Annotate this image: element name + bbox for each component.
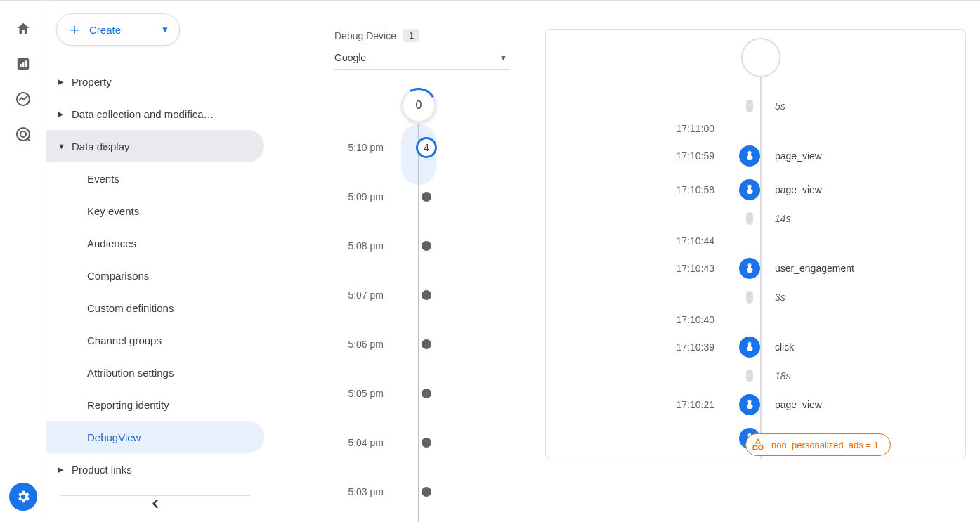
home-icon[interactable] [15,20,32,37]
user-property-pill[interactable]: non_personalized_ads = 1 [745,433,891,456]
minute-label: 5:10 pm [334,142,384,153]
icon-rail [0,1,46,522]
minute-label: 5:09 pm [334,191,384,202]
reports-icon[interactable] [15,56,32,72]
event-row: 17:11:00 [567,118,944,139]
minute-timeline: 0 5:10 pm45:09 pm5:08 pm5:07 pm5:06 pm5:… [334,88,517,516]
tree-sub-debugview[interactable]: DebugView [46,421,264,453]
svg-point-15 [759,445,763,450]
event-row: 14s [567,207,944,230]
gap-label: 3s [764,292,785,303]
tree-sub-key-events[interactable]: Key events [46,195,264,227]
caret-right-icon: ▶ [58,77,72,86]
event-row[interactable]: 17:10:21page_view [567,388,944,422]
plus-icon: ＋ [67,19,82,40]
event-row: 17:10:44 [567,230,944,252]
minute-dot [422,487,431,497]
tree-item-data-collection[interactable]: ▶ Data collection and modifica… [46,98,264,130]
live-counter-bubble[interactable]: 0 [401,88,436,123]
minute-dot [422,192,431,202]
event-time: 17:10:21 [567,399,736,410]
event-label: user_engagement [764,263,854,274]
svg-point-6 [20,131,26,137]
gap-label: 18s [764,370,791,381]
tree-sub-attribution-settings[interactable]: Attribution settings [46,356,264,389]
minute-dot [422,290,431,300]
tree-item-data-display[interactable]: ▼ Data display [46,130,264,162]
touch-event-icon [739,145,760,167]
svg-rect-1 [20,64,21,67]
minute-row[interactable]: 5:05 pm [334,369,517,418]
debug-device-row: Debug Device 1 [334,29,517,42]
svg-marker-13 [756,440,760,443]
event-time: 17:10:40 [567,314,736,325]
event-time: 17:10:44 [567,235,736,247]
caret-right-icon: ▶ [58,465,72,474]
gap-knob-icon [746,370,753,382]
event-time: 17:10:43 [567,263,736,274]
minute-dot [422,339,431,349]
minute-row[interactable]: 5:09 pm [334,172,517,221]
minute-label: 5:08 pm [334,240,384,252]
create-button[interactable]: ＋ Create ▼ [56,13,180,46]
minute-label: 5:06 pm [334,339,384,350]
settings-tree: ▶ Property ▶ Data collection and modific… [46,65,264,496]
event-row: 17:10:40 [567,309,944,330]
divider [60,495,250,496]
event-row[interactable]: 17:10:59page_view [567,139,944,173]
minute-row[interactable]: 5:04 pm [334,418,517,467]
gap-label: 14s [764,213,791,224]
caret-down-icon: ▼ [58,142,72,150]
touch-event-icon [739,179,760,200]
tree-sub-comparisons[interactable]: Comparisons [46,259,264,292]
svg-rect-14 [753,446,757,450]
event-label: page_view [764,399,822,410]
event-label: page_view [764,150,822,162]
event-row: 5s [567,94,944,118]
event-time: 17:10:39 [567,341,736,353]
minute-label: 5:04 pm [334,437,384,448]
explore-icon[interactable] [15,91,32,107]
collapse-panel-icon[interactable] [148,497,162,511]
tree-sub-events[interactable]: Events [46,162,264,195]
minute-label: 5:03 pm [334,486,384,497]
event-label: page_view [764,184,822,195]
tree-sub-audiences[interactable]: Audiences [46,227,264,259]
tree-sub-reporting-identity[interactable]: Reporting identity [46,389,264,421]
tree-sub-channel-groups[interactable]: Channel groups [46,324,264,356]
minute-row[interactable]: 5:10 pm4 [334,123,517,172]
minute-row[interactable]: 5:06 pm [334,320,517,369]
selected-device: Google [334,52,366,63]
device-selector[interactable]: Google ▼ [334,48,510,70]
side-panel: ＋ Create ▼ ▶ Property ▶ Data collection … [46,1,264,522]
svg-rect-3 [25,60,26,67]
event-time: 17:10:58 [567,184,736,195]
event-row[interactable]: 17:10:58page_view [567,173,944,207]
gap-knob-icon [746,100,753,112]
svg-rect-2 [22,62,24,67]
minute-row[interactable]: 5:03 pm [334,467,517,516]
gap-knob-icon [746,291,753,304]
gap-label: 5s [764,100,785,112]
advertising-icon[interactable] [15,126,32,143]
tree-item-product-links[interactable]: ▶ Product links [46,453,264,485]
main-content: Debug Device 1 Google ▼ 0 5:10 pm45:09 p… [264,1,980,522]
event-label: click [764,341,794,353]
event-row[interactable]: 17:10:39click [567,330,944,364]
chevron-down-icon: ▼ [499,53,507,62]
event-row: 3s [567,285,944,309]
timeline-line [418,124,419,522]
tree-item-property[interactable]: ▶ Property [46,65,264,98]
tree-sub-custom-definitions[interactable]: Custom definitions [46,292,264,324]
user-property-icon [752,438,764,451]
event-time: 17:10:59 [567,150,736,162]
minute-dot [422,241,431,251]
event-stream-panel: 5s17:11:0017:10:59page_view17:10:58page_… [545,29,966,459]
admin-gear-icon[interactable] [9,483,37,511]
selected-minute-bubble[interactable]: 4 [416,137,437,158]
minute-row[interactable]: 5:07 pm [334,270,517,320]
event-row: 18s [567,364,944,388]
minute-row[interactable]: 5:08 pm [334,221,517,270]
minute-label: 5:07 pm [334,289,384,301]
event-row[interactable]: 17:10:43user_engagement [567,252,944,285]
